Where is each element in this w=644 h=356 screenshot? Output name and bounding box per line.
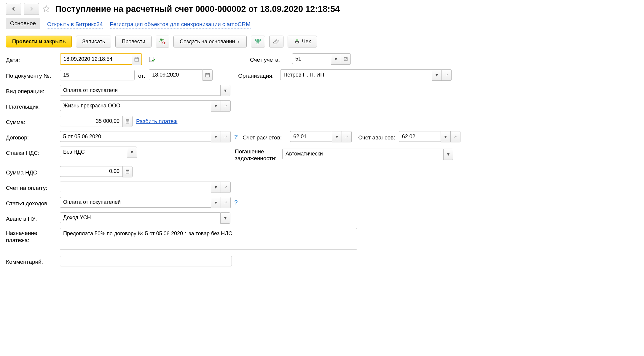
debit-credit-button[interactable]: Дт Кт <box>156 36 169 47</box>
comment-input[interactable] <box>60 256 232 266</box>
doc-date-input[interactable] <box>149 69 203 80</box>
open-icon <box>224 135 228 139</box>
vat-rate-input[interactable] <box>60 147 127 157</box>
svg-point-15 <box>127 122 127 123</box>
split-payment-link[interactable]: Разбить платеж <box>136 118 177 125</box>
cheque-button[interactable]: Чек <box>288 36 317 47</box>
save-button[interactable]: Записать <box>76 36 111 47</box>
invoice-open-button[interactable] <box>221 182 231 193</box>
tab-main[interactable]: Основное <box>6 18 40 29</box>
account-input[interactable] <box>292 53 331 64</box>
payer-label: Плательщик: <box>6 102 56 110</box>
printer-icon <box>294 38 300 45</box>
tab-amocrm[interactable]: Регистрация объектов для синхронизации с… <box>110 19 250 28</box>
op-type-input[interactable] <box>60 85 220 96</box>
income-help-icon[interactable]: ? <box>234 199 238 206</box>
payer-open-button[interactable] <box>221 100 231 112</box>
payer-input[interactable] <box>60 100 211 111</box>
svg-rect-4 <box>296 39 298 41</box>
advance-nu-input[interactable] <box>60 212 220 223</box>
vat-sum-input[interactable] <box>60 166 122 177</box>
svg-point-12 <box>127 121 127 122</box>
doc-no-input[interactable] <box>60 70 135 80</box>
invoice-dropdown-button[interactable]: ▼ <box>211 182 221 193</box>
income-dropdown-button[interactable]: ▼ <box>211 197 221 208</box>
submit-button[interactable]: Провести <box>115 36 152 47</box>
advance-account-label: Счет авансов: <box>358 133 395 141</box>
open-icon <box>444 73 449 77</box>
posting-status-icon[interactable] <box>149 56 155 63</box>
svg-point-14 <box>128 121 129 122</box>
calendar-icon <box>205 72 210 78</box>
dt-kt-icon: Дт Кт <box>160 39 165 44</box>
debt-label: Погашение задолженности: <box>235 147 279 162</box>
doc-no-label: По документу №: <box>6 71 56 79</box>
svg-rect-0 <box>255 39 257 41</box>
debt-input[interactable] <box>282 149 443 159</box>
purpose-label: Назначение платежа: <box>6 228 56 244</box>
svg-point-22 <box>128 171 129 172</box>
calc-account-open-button[interactable] <box>342 131 352 142</box>
svg-point-16 <box>127 122 128 123</box>
open-icon <box>453 135 458 139</box>
contract-dropdown-button[interactable]: ▼ <box>211 131 221 142</box>
org-open-button[interactable] <box>442 69 452 81</box>
advance-account-open-button[interactable] <box>451 131 460 142</box>
advance-account-dropdown-button[interactable]: ▼ <box>441 131 451 142</box>
svg-point-17 <box>128 122 129 123</box>
income-open-button[interactable] <box>221 197 231 208</box>
org-input[interactable] <box>280 69 432 80</box>
submit-and-close-button[interactable]: Провести и закрыть <box>6 36 72 47</box>
calc-account-input[interactable] <box>290 131 332 142</box>
tab-bitrix24[interactable]: Открыть в Битрикс24 <box>47 19 103 28</box>
op-type-dropdown-button[interactable]: ▼ <box>220 85 230 96</box>
svg-point-21 <box>127 171 128 172</box>
vat-rate-label: Ставка НДС: <box>6 148 56 156</box>
advance-account-input[interactable] <box>399 131 441 142</box>
org-dropdown-button[interactable]: ▼ <box>432 69 442 81</box>
svg-rect-1 <box>258 39 260 41</box>
contract-open-button[interactable] <box>221 131 231 142</box>
sum-input[interactable] <box>60 116 122 126</box>
account-open-button[interactable] <box>341 53 351 65</box>
svg-rect-5 <box>296 42 298 44</box>
date-input[interactable] <box>60 53 132 65</box>
calc-account-label: Счет расчетов: <box>243 133 286 141</box>
advance-nu-dropdown-button[interactable]: ▼ <box>220 212 230 224</box>
related-docs-button[interactable] <box>251 36 265 47</box>
open-icon <box>224 185 228 189</box>
calc-account-dropdown-button[interactable]: ▼ <box>332 131 342 142</box>
svg-rect-9 <box>205 74 210 77</box>
debt-dropdown-button[interactable]: ▼ <box>443 149 453 160</box>
vat-sum-label: Сумма НДС: <box>6 168 56 176</box>
contract-help-icon[interactable]: ? <box>234 134 238 140</box>
date-picker-button[interactable] <box>132 53 142 65</box>
open-icon <box>344 57 348 61</box>
create-based-on-button[interactable]: Создать на основании ▼ <box>173 36 247 47</box>
attachments-button[interactable] <box>269 36 283 47</box>
doc-date-picker-button[interactable] <box>203 69 213 81</box>
sum-calc-button[interactable] <box>122 116 133 127</box>
chevron-down-icon: ▼ <box>237 39 240 44</box>
calculator-icon <box>125 119 130 124</box>
vat-rate-dropdown-button[interactable]: ▼ <box>127 147 137 158</box>
invoice-input[interactable] <box>60 182 211 192</box>
doc-from-label: от: <box>138 71 145 79</box>
back-button[interactable] <box>6 3 21 15</box>
invoice-label: Счет на оплату: <box>6 183 56 191</box>
vat-sum-calc-button[interactable] <box>122 166 133 177</box>
forward-button[interactable] <box>24 3 39 15</box>
comment-label: Комментарий: <box>6 257 56 265</box>
contract-input[interactable] <box>60 131 211 142</box>
org-label: Организация: <box>238 71 277 79</box>
calendar-icon <box>134 57 139 62</box>
svg-rect-11 <box>126 120 129 121</box>
account-dropdown-button[interactable]: ▼ <box>331 53 341 65</box>
open-icon <box>224 104 228 108</box>
favorite-star-icon[interactable] <box>42 4 51 14</box>
sum-label: Сумма: <box>6 117 56 125</box>
payer-dropdown-button[interactable]: ▼ <box>211 100 221 112</box>
income-input[interactable] <box>60 197 211 208</box>
purpose-textarea[interactable] <box>60 228 357 250</box>
contract-label: Договор: <box>6 133 56 141</box>
